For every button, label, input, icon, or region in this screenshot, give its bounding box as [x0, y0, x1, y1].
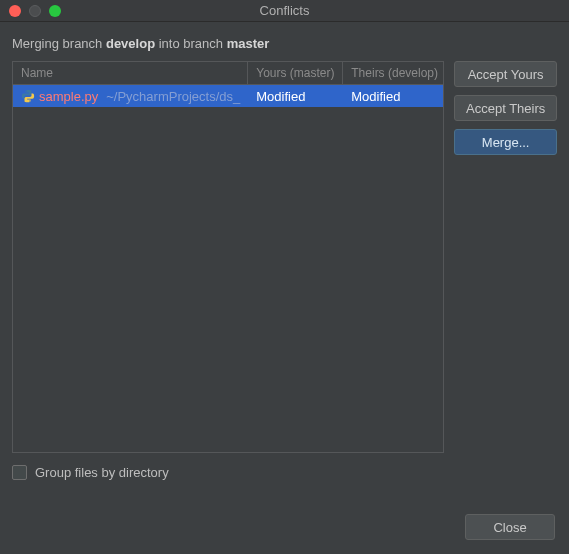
window-controls — [9, 5, 61, 17]
merge-description: Merging branch develop into branch maste… — [12, 36, 557, 51]
cell-yours: Modified — [248, 89, 343, 104]
column-name[interactable]: Name — [13, 62, 248, 84]
table-row[interactable]: sample.py ~/PycharmProjects/ds_ Modified… — [13, 85, 443, 107]
window-title: Conflicts — [0, 3, 569, 18]
action-buttons: Accept Yours Accept Theirs Merge... — [454, 61, 557, 453]
merge-button[interactable]: Merge... — [454, 129, 557, 155]
target-branch: master — [227, 36, 270, 51]
accept-yours-button[interactable]: Accept Yours — [454, 61, 557, 87]
cell-name: sample.py ~/PycharmProjects/ds_ — [13, 89, 248, 104]
accept-theirs-button[interactable]: Accept Theirs — [454, 95, 557, 121]
group-checkbox-label: Group files by directory — [35, 465, 169, 480]
cell-theirs: Modified — [343, 89, 443, 104]
table-body: sample.py ~/PycharmProjects/ds_ Modified… — [13, 85, 443, 452]
file-path: ~/PycharmProjects/ds_ — [106, 89, 240, 104]
file-name: sample.py — [39, 89, 98, 104]
close-window-icon[interactable] — [9, 5, 21, 17]
column-theirs[interactable]: Theirs (develop) — [343, 62, 443, 84]
column-yours[interactable]: Yours (master) — [248, 62, 343, 84]
zoom-window-icon[interactable] — [49, 5, 61, 17]
conflicts-table: Name Yours (master) Theirs (develop) sam… — [12, 61, 444, 453]
group-checkbox-input[interactable] — [12, 465, 27, 480]
source-branch: develop — [106, 36, 155, 51]
table-header: Name Yours (master) Theirs (develop) — [13, 62, 443, 85]
titlebar: Conflicts — [0, 0, 569, 22]
group-by-directory-checkbox[interactable]: Group files by directory — [12, 465, 169, 480]
python-file-icon — [21, 89, 35, 103]
merge-text-prefix: Merging branch — [12, 36, 106, 51]
close-button[interactable]: Close — [465, 514, 555, 540]
merge-text-middle: into branch — [155, 36, 227, 51]
minimize-window-icon — [29, 5, 41, 17]
